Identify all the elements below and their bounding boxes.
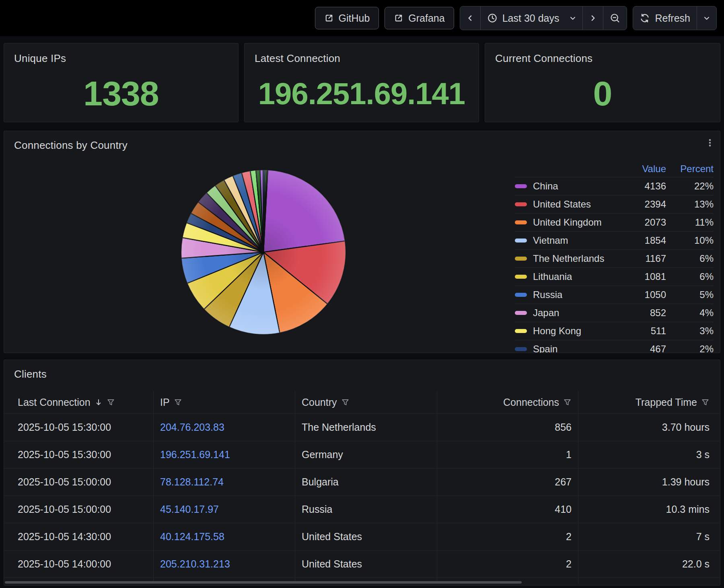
legend-row[interactable]: China413622%	[515, 177, 714, 195]
cell-value: United States	[302, 531, 362, 543]
cell-last-connection: 2025-10-05 15:30:00	[4, 414, 153, 441]
refresh-button[interactable]: Refresh	[633, 6, 697, 30]
cell-value: Russia	[302, 504, 332, 515]
cell-value: 2025-10-05 15:00:00	[18, 504, 111, 515]
legend-row[interactable]: The Netherlands11676%	[515, 250, 714, 268]
current-connections-panel: Current Connections 0	[485, 43, 720, 122]
unique-ips-panel: Unique IPs 1338	[4, 43, 239, 122]
column-header-last-connection[interactable]: Last Connection	[4, 391, 153, 414]
legend-series-percent: 2%	[666, 343, 714, 353]
legend-series-swatch	[515, 347, 527, 351]
chevron-down-icon	[570, 15, 576, 21]
table-row: 2025-10-05 15:00:0045.140.17.97Russia410…	[4, 496, 720, 523]
grafana-button[interactable]: Grafana	[385, 7, 454, 29]
legend-series-value: 467	[627, 343, 666, 353]
filter-icon[interactable]	[341, 398, 350, 407]
cell-connections: 267	[437, 469, 578, 496]
legend-series-swatch	[515, 257, 527, 261]
legend-row[interactable]: Japan8524%	[515, 304, 714, 322]
column-header-trapped-time[interactable]: Trapped Time	[578, 391, 720, 414]
legend-series-swatch	[515, 275, 527, 279]
ip-link[interactable]: 205.210.31.213	[160, 558, 230, 570]
horizontal-scrollbar-thumb[interactable]	[5, 581, 522, 584]
legend-series-name: China	[533, 181, 558, 192]
cell-value: 410	[555, 504, 572, 515]
cell-trapped-time: 3.70 hours	[578, 414, 720, 441]
legend-series-name: Russia	[533, 289, 562, 300]
chevron-left-icon	[467, 14, 474, 22]
cell-value: Germany	[302, 449, 343, 461]
legend-series-name: Japan	[533, 307, 559, 319]
legend-row[interactable]: Russia10505%	[515, 286, 714, 304]
legend-series-value: 1854	[627, 235, 666, 246]
github-button[interactable]: GitHub	[315, 7, 379, 29]
column-header-label: Last Connection	[18, 397, 90, 408]
cell-value: 2025-10-05 14:00:00	[18, 558, 111, 570]
cell-country: Russia	[295, 496, 437, 523]
time-shift-forward-button[interactable]	[582, 6, 603, 30]
cell-value: The Netherlands	[302, 421, 376, 433]
sort-desc-icon	[95, 398, 103, 406]
legend-row[interactable]: Hong Kong5113%	[515, 322, 714, 340]
cell-value: 856	[555, 421, 572, 433]
column-header-country[interactable]: Country	[295, 391, 437, 414]
time-shift-back-button[interactable]	[460, 6, 480, 30]
legend-series-name: The Netherlands	[533, 253, 604, 264]
time-range-label: Last 30 days	[502, 12, 559, 24]
cell-trapped-time: 22.0 s	[578, 551, 720, 578]
pie-slice-china[interactable]	[263, 170, 345, 252]
clients-table: Last ConnectionIPCountryConnectionsTrapp…	[4, 391, 720, 585]
cell-value: 10.3 mins	[666, 504, 710, 515]
zoom-out-time-button[interactable]	[603, 6, 627, 30]
cell-ip: 205.210.31.213	[153, 551, 295, 578]
filter-icon[interactable]	[107, 398, 115, 407]
legend-series-percent: 4%	[666, 307, 714, 319]
filter-icon[interactable]	[701, 398, 710, 407]
cell-value: 1.39 hours	[662, 476, 710, 488]
cell-value: 2025-10-05 15:00:00	[18, 476, 111, 488]
cell-last-connection: 2025-10-05 15:00:00	[4, 469, 153, 496]
legend-series-percent: 13%	[666, 199, 714, 210]
ip-link[interactable]: 40.124.175.58	[160, 531, 224, 543]
cell-trapped-time: 10.3 mins	[578, 496, 720, 523]
legend-series-value: 511	[627, 325, 666, 337]
legend-percent-header[interactable]: Percent	[666, 163, 714, 175]
legend-row[interactable]: United Kingdom207311%	[515, 214, 714, 232]
pie-legend-table: Value Percent China413622%United States2…	[515, 161, 714, 353]
table-row: 2025-10-05 14:30:0040.124.175.58United S…	[4, 523, 720, 551]
external-link-icon	[324, 13, 334, 23]
pie-chart	[177, 166, 350, 339]
legend-value-header[interactable]: Value	[627, 163, 666, 175]
cell-ip: 196.251.69.141	[153, 441, 295, 469]
legend-row[interactable]: United States239413%	[515, 195, 714, 214]
ip-link[interactable]: 78.128.112.74	[160, 476, 224, 488]
cell-value: 2	[566, 558, 572, 570]
ip-link[interactable]: 45.140.17.97	[160, 504, 219, 515]
column-header-ip[interactable]: IP	[153, 391, 295, 414]
legend-series-name: Spain	[533, 343, 557, 353]
legend-row[interactable]: Spain4672%	[515, 340, 714, 353]
legend-series-swatch	[515, 329, 527, 333]
chevron-down-icon	[703, 15, 710, 21]
cell-connections: 856	[437, 414, 578, 441]
time-range-picker[interactable]: Last 30 days	[480, 6, 583, 30]
clients-table-header: Last ConnectionIPCountryConnectionsTrapp…	[4, 391, 720, 414]
legend-row[interactable]: Lithuania10816%	[515, 268, 714, 286]
panel-menu-icon[interactable]	[705, 138, 714, 149]
cell-trapped-time: 7 s	[578, 523, 720, 551]
legend-series-value: 1167	[627, 253, 666, 264]
column-header-label: IP	[160, 397, 170, 408]
column-header-connections[interactable]: Connections	[437, 391, 578, 414]
legend-row[interactable]: Vietnam185410%	[515, 232, 714, 250]
legend-series-value: 2394	[627, 199, 666, 210]
cell-empty	[578, 578, 720, 584]
filter-icon[interactable]	[174, 398, 182, 407]
ip-link[interactable]: 196.251.69.141	[160, 449, 230, 461]
legend-series-name: United Kingdom	[533, 217, 602, 228]
legend-series-value: 852	[627, 307, 666, 319]
table-row: 2025-10-05 15:30:00196.251.69.141Germany…	[4, 441, 720, 469]
filter-icon[interactable]	[563, 398, 572, 407]
ip-link[interactable]: 204.76.203.83	[160, 421, 224, 433]
refresh-interval-dropdown[interactable]	[697, 6, 716, 30]
grafana-button-label: Grafana	[408, 12, 444, 24]
